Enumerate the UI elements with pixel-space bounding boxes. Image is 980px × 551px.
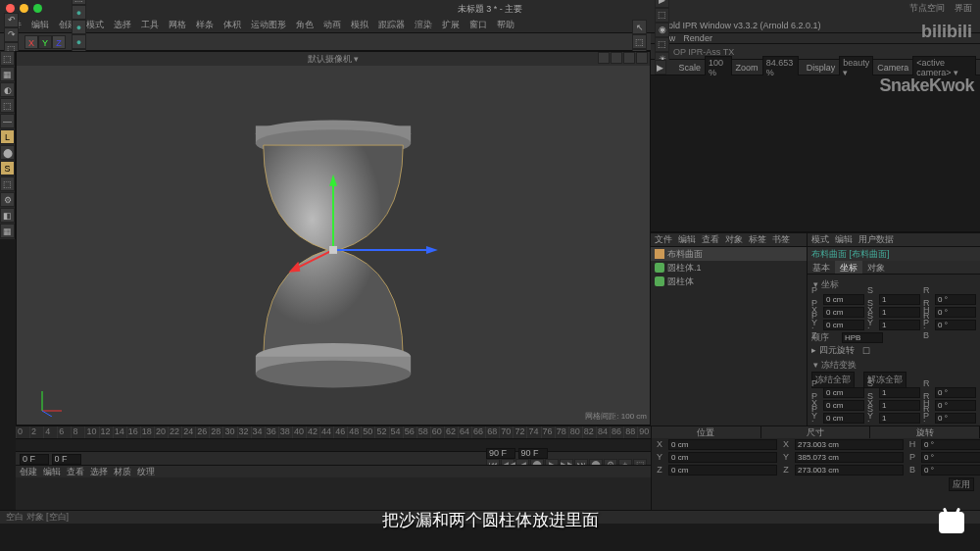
attr-menu-item[interactable]: 模式 [811,233,829,246]
menu-item[interactable]: 样条 [196,19,214,31]
coordinates-panel[interactable]: 位置尺寸旋转 XXHYYPZZB 应用 [651,426,980,510]
ipr-button[interactable]: ▶ [655,0,669,8]
size-field[interactable] [795,452,904,463]
attr-tab[interactable]: 对象 [862,261,890,274]
coord-field[interactable] [879,320,920,330]
left-tool-button[interactable]: ◐ [0,82,15,97]
om-menu-item[interactable]: 查看 [702,233,719,246]
menu-item[interactable]: 渲染 [415,19,432,31]
coord-field[interactable] [879,387,920,398]
menu-item[interactable]: 跟踪器 [378,19,405,31]
coord-field[interactable] [935,320,976,330]
end-frame-field-2[interactable] [518,448,548,459]
coord-field[interactable] [823,413,864,424]
om-menu-item[interactable]: 书签 [772,233,790,246]
ipr-button[interactable]: ◉ [655,23,669,37]
menu-item[interactable]: 窗口 [469,19,487,31]
left-tool-button[interactable]: — [0,114,15,128]
menu-item[interactable]: 动画 [323,19,341,31]
tool-button[interactable]: ● [72,34,86,49]
order-field[interactable] [842,332,883,343]
om-menu-item[interactable]: 对象 [725,233,743,246]
coord-field[interactable] [879,294,920,305]
viewport-canvas[interactable] [17,66,650,425]
nav-tab[interactable]: ↖ [632,20,647,34]
left-tool-button[interactable]: ▦ [0,67,15,81]
menu-item[interactable]: 工具 [141,19,159,31]
left-tool-button[interactable]: ◧ [0,208,15,223]
attr-tab[interactable]: 基本 [808,261,835,274]
material-manager[interactable]: 创建编辑查看选择材质纹理 [16,465,651,510]
om-menu-item[interactable]: 文件 [655,233,672,246]
coord-field[interactable] [935,413,976,424]
mat-menu-item[interactable]: 查看 [67,466,84,478]
om-menu-item[interactable]: 编辑 [678,233,696,246]
size-field[interactable] [795,439,904,450]
attr-menu-item[interactable]: 编辑 [835,233,853,246]
render-view[interactable]: SnakeKwok [651,75,980,232]
viewport[interactable]: 默认摄像机 ▾ [16,51,651,426]
coord-field[interactable] [823,294,864,305]
attr-menu-item[interactable]: 用户数据 [858,233,894,246]
menu-item[interactable]: 角色 [296,19,314,31]
coord-field[interactable] [823,400,864,411]
left-tool-button[interactable]: ▦ [0,224,15,238]
mat-menu-item[interactable]: 选择 [90,466,108,478]
left-tool-button[interactable]: ⬚ [0,51,15,66]
tool-button[interactable]: ● [72,20,86,34]
om-menu-item[interactable]: 标签 [749,233,766,246]
size-field[interactable] [795,465,904,476]
nav-tab[interactable]: ⬚ [632,34,647,49]
menu-item[interactable]: 运动图形 [251,19,286,31]
mat-menu-item[interactable]: 创建 [20,466,37,478]
object-tree-item[interactable]: 圆柱体 [651,275,807,288]
attr-tab[interactable]: 坐标 [835,261,862,274]
menu-item[interactable]: 模式 [86,19,104,31]
object-tree-item[interactable]: 布料曲面 [651,247,807,261]
coord-field[interactable] [879,413,920,424]
xyz-toggle[interactable]: XYZ [24,35,66,49]
coord-field[interactable] [879,400,920,411]
ipr-controls[interactable]: ▶ Scale100 % Zoom84.653 % Displaybeauty … [651,60,980,75]
coord-field[interactable] [935,400,976,411]
tool-button[interactable]: ● [72,5,86,20]
coord-field[interactable] [823,387,864,398]
left-tool-button[interactable]: S [0,161,15,175]
mat-menu-item[interactable]: 纹理 [137,466,155,478]
coord-field[interactable] [935,307,976,318]
rot-field[interactable] [921,439,980,450]
left-tool-button[interactable]: ⬚ [0,98,15,113]
pos-field[interactable] [668,452,777,463]
coord-field[interactable] [879,307,920,318]
start-frame-field[interactable] [20,454,49,465]
timeline[interactable]: 0246810121416182022242628303234363840424… [16,426,651,465]
ipr-button[interactable]: ⬚ [655,37,669,52]
menu-item[interactable]: 模拟 [351,19,368,31]
menu-item[interactable]: 扩展 [442,19,460,31]
current-frame-field[interactable] [52,454,81,465]
workspace-selectors[interactable]: 节点空间 界面 [909,2,972,15]
object-manager[interactable]: 文件编辑查看对象标签书签 布料曲面圆柱体.1圆柱体 [651,233,808,439]
viewport-header[interactable]: 默认摄像机 ▾ [17,52,650,66]
left-tool-button[interactable]: ⚙ [0,192,15,207]
coord-field[interactable] [823,320,864,330]
mat-menu-item[interactable]: 编辑 [43,466,61,478]
object-tree-item[interactable]: 圆柱体.1 [651,261,807,275]
menu-item[interactable]: 选择 [114,19,131,31]
left-tool-button[interactable]: ⬤ [0,145,15,160]
rot-field[interactable] [921,465,980,476]
play-icon[interactable]: ▶ [655,60,666,75]
rot-field[interactable] [921,452,980,463]
coord-field[interactable] [935,387,976,398]
mat-menu-item[interactable]: 材质 [114,466,131,478]
apply-button[interactable]: 应用 [949,477,974,491]
pos-field[interactable] [668,439,777,450]
coord-field[interactable] [823,307,864,318]
left-tool-button[interactable]: L [0,129,15,144]
end-frame-field[interactable] [486,448,515,459]
menu-item[interactable]: 体积 [223,19,241,31]
menu-item[interactable]: 编辑 [31,19,49,31]
left-tool-button[interactable]: ⬚ [0,176,15,191]
pos-field[interactable] [668,465,777,476]
coord-field[interactable] [935,294,976,305]
